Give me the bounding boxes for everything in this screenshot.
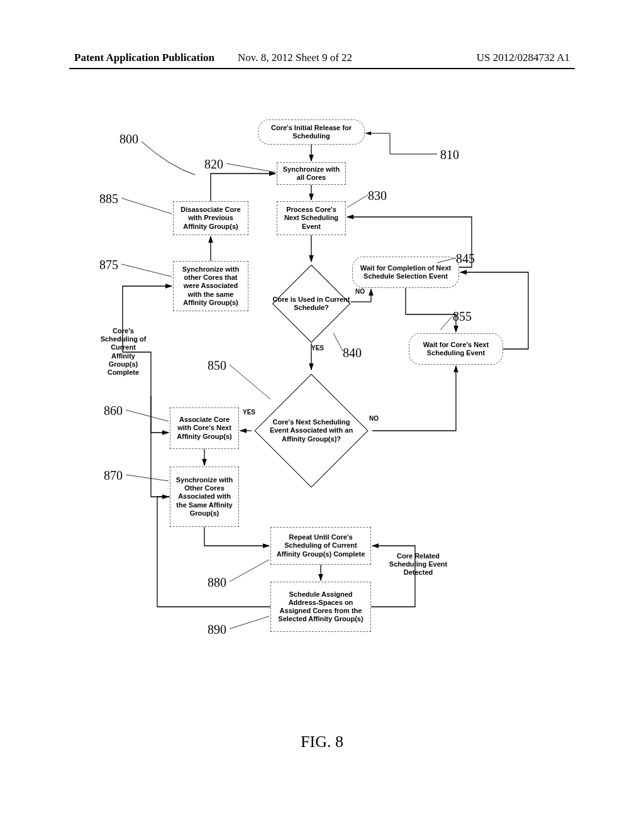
node-schedule-assigned: Schedule Assigned Address-Spaces on Assi…: [270, 582, 371, 632]
node-sync-all-cores: Synchronize with all Cores: [277, 162, 346, 185]
ref-820: 820: [204, 157, 223, 172]
svg-line-20: [121, 198, 172, 214]
edge-label-no-2: NO: [369, 415, 379, 422]
svg-line-11: [347, 195, 368, 208]
ref-885: 885: [99, 192, 118, 206]
ref-890: 890: [208, 622, 226, 637]
node-process-next-event: Process Core's Next Scheduling Event: [277, 201, 346, 235]
ref-810: 810: [440, 148, 459, 162]
label-scheduling-complete: Core's Scheduling of Current Affinity Gr…: [98, 327, 148, 377]
header-rule: [69, 68, 575, 69]
decision-used-in-schedule: Core is Used in Current Schedule?: [270, 263, 352, 345]
header-left: Patent Application Publication: [74, 52, 214, 64]
ref-870: 870: [104, 468, 123, 483]
svg-line-18: [121, 264, 172, 277]
svg-line-15: [440, 316, 453, 330]
flowchart: Core's Initial Release for Scheduling Sy…: [88, 119, 566, 711]
node-associate-next-group: Associate Core with Core's Next Affinity…: [170, 407, 239, 449]
label-event-detected: Core Related Scheduling Event Detected: [387, 552, 450, 577]
svg-line-17: [126, 475, 169, 481]
ref-830: 830: [368, 189, 387, 203]
ref-855: 855: [453, 309, 472, 324]
ref-840: 840: [343, 346, 362, 360]
node-repeat-until-complete: Repeat Until Core's Scheduling of Curren…: [270, 527, 371, 565]
svg-line-16: [126, 410, 169, 421]
ref-875: 875: [99, 258, 118, 272]
figure-caption: FIG. 8: [0, 733, 644, 751]
ref-850: 850: [208, 358, 226, 373]
ref-880: 880: [208, 575, 226, 590]
ref-800: 800: [119, 132, 138, 147]
edge-label-no-1: NO: [355, 288, 365, 295]
svg-line-21: [230, 616, 269, 629]
decision-affinity-group: Core's Next Scheduling Event Associated …: [248, 368, 374, 494]
svg-line-10: [226, 163, 275, 172]
edge-label-yes-2: YES: [243, 409, 255, 416]
node-wait-next-event: Wait for Core's Next Scheduling Event: [409, 333, 503, 365]
header-center: Nov. 8, 2012 Sheet 9 of 22: [238, 52, 352, 64]
ref-845: 845: [456, 252, 475, 266]
node-wait-selection: Wait for Completion of Next Schedule Sel…: [352, 257, 459, 288]
ref-860: 860: [104, 404, 123, 418]
svg-line-19: [230, 560, 269, 582]
node-sync-same-group: Synchronize with Other Cores Associated …: [170, 467, 239, 527]
node-sync-prev-group: Synchronize with other Cores that were A…: [173, 261, 248, 311]
header-right: US 2012/0284732 A1: [477, 52, 570, 64]
node-initial-release: Core's Initial Release for Scheduling: [258, 119, 365, 145]
edge-label-yes-1: YES: [311, 345, 324, 351]
node-disassociate: Disassociate Core with Previous Affinity…: [173, 201, 248, 235]
